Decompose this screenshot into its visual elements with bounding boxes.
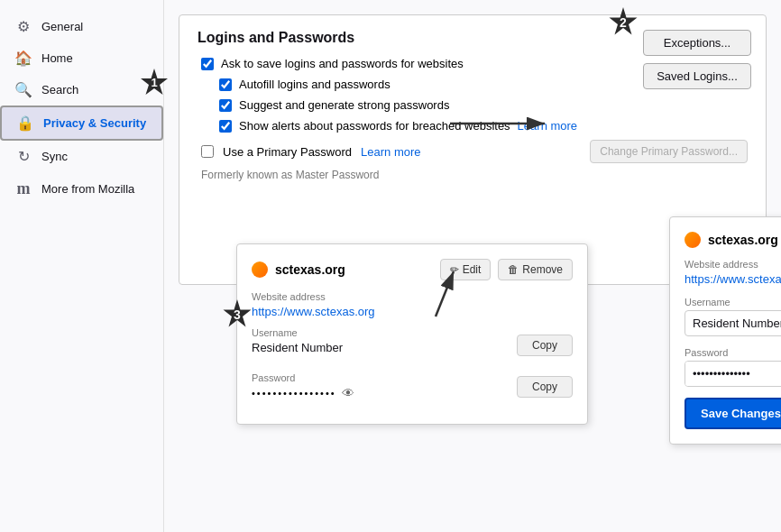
ask-save-label: Ask to save logins and passwords for web… <box>221 57 464 70</box>
search-icon: 🔍 <box>14 81 32 98</box>
sidebar-label: Search <box>41 83 78 96</box>
arrow-annotation <box>450 110 558 137</box>
card-site-name: sctexas.org <box>252 261 345 278</box>
password-display: •••••••••••••••• 👁 <box>252 386 517 400</box>
sidebar-item-privacy[interactable]: 🔒 Privacy & Security <box>0 105 163 141</box>
change-primary-password-button: Change Primary Password... <box>590 140 748 163</box>
autofill-checkbox[interactable] <box>219 78 232 91</box>
primary-password-checkbox[interactable] <box>201 145 214 158</box>
saved-logins-button[interactable]: Saved Logins... <box>643 63 751 89</box>
username-field: Username <box>685 297 781 336</box>
card-right-website-value: https://www.sctexas.org <box>685 272 781 286</box>
svg-text:1: 1 <box>151 76 157 89</box>
sidebar-item-search[interactable]: 🔍 Search 1 <box>0 74 163 105</box>
suggest-label: Suggest and generate strong passwords <box>239 98 449 112</box>
card-right-username-label: Username <box>685 297 781 307</box>
username-input[interactable] <box>685 310 781 336</box>
password-row: Password •••••••••••••••• 👁 Copy <box>252 372 573 400</box>
card-right-site-name: sctexas.org <box>685 232 781 248</box>
sidebar-label: Home <box>41 51 73 65</box>
main-content: Logins and Passwords 2 Ask to save login… <box>164 0 781 532</box>
copy-username-button[interactable]: Copy <box>517 335 573 356</box>
exceptions-button[interactable]: Exceptions... <box>643 30 751 56</box>
password-input[interactable] <box>685 362 781 386</box>
password-field: Password 👁 <box>685 347 781 387</box>
general-icon: ⚙ <box>14 18 32 35</box>
sidebar-label: Sync <box>41 150 68 163</box>
svg-text:2: 2 <box>620 15 627 30</box>
remove-button[interactable]: 🗑 Remove <box>498 259 573 280</box>
sync-icon: ↻ <box>14 148 32 165</box>
svg-line-9 <box>436 271 454 316</box>
primary-password-row: Use a Primary Password Learn more Change… <box>198 140 748 163</box>
sidebar-label: More from Mozilla <box>41 182 134 196</box>
sidebar-item-more[interactable]: m More from Mozilla <box>0 172 163 206</box>
sidebar-label: General <box>41 20 83 33</box>
formerly-text: Formerly known as Master Password <box>198 169 748 181</box>
password-field-row: 👁 <box>685 361 781 387</box>
sidebar-item-home[interactable]: 🏠 Home <box>0 42 163 74</box>
edit-arrow-annotation <box>381 253 490 326</box>
card-right-site-label: sctexas.org <box>708 233 778 247</box>
card-left: 3 sctexas.org ✏ Edit <box>236 243 588 425</box>
sidebar: ⚙ General 🏠 Home 🔍 Search 1 🔒 Privacy & … <box>0 0 164 532</box>
alerts-checkbox[interactable] <box>219 120 232 133</box>
card-right-password-label: Password <box>685 347 781 358</box>
sidebar-item-sync[interactable]: ↻ Sync <box>0 141 163 172</box>
primary-password-learn-more[interactable]: Learn more <box>361 145 420 159</box>
remove-icon: 🗑 <box>508 263 519 276</box>
card-right-favicon <box>685 232 701 248</box>
username-label: Username <box>252 327 517 338</box>
ask-save-checkbox[interactable] <box>201 58 214 70</box>
password-dots: •••••••••••••••• <box>252 388 336 399</box>
card-footer: Save Changes Cancel <box>685 398 781 429</box>
lock-icon: 🔒 <box>16 115 34 132</box>
website-address-field: Website address https://www.sctexas.org <box>685 259 781 286</box>
site-favicon <box>252 261 268 278</box>
svg-text:3: 3 <box>234 307 241 322</box>
card-right-website-label: Website address <box>685 259 781 270</box>
username-value: Resident Number <box>252 341 517 354</box>
password-label: Password <box>252 372 517 383</box>
save-changes-button[interactable]: Save Changes <box>685 398 781 429</box>
site-name-label: sctexas.org <box>275 262 345 277</box>
top-buttons: Exceptions... Saved Logins... <box>643 30 751 89</box>
username-row: Username Resident Number Copy <box>252 327 573 363</box>
card-right: 4 sctexas.org Website address https://ww… <box>669 216 781 445</box>
sidebar-label: Privacy & Security <box>43 116 146 130</box>
copy-password-button[interactable]: Copy <box>517 376 573 398</box>
reveal-password-icon[interactable]: 👁 <box>342 386 354 400</box>
primary-password-label: Use a Primary Password <box>223 145 352 159</box>
mozilla-icon: m <box>14 179 32 198</box>
home-icon: 🏠 <box>14 50 32 67</box>
sidebar-item-general[interactable]: ⚙ General <box>0 11 163 42</box>
suggest-checkbox[interactable] <box>219 99 232 112</box>
autofill-label: Autofill logins and passwords <box>239 78 390 91</box>
